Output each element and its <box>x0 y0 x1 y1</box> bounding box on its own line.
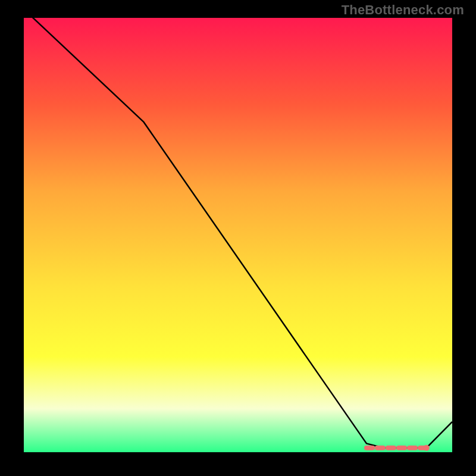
gradient-background <box>24 18 452 452</box>
optimal-band-end-dot <box>424 445 430 451</box>
plot-frame <box>24 18 452 452</box>
watermark-text: TheBottleneck.com <box>342 2 464 18</box>
chart-container: TheBottleneck.com <box>0 0 476 476</box>
plot-svg <box>24 18 452 452</box>
